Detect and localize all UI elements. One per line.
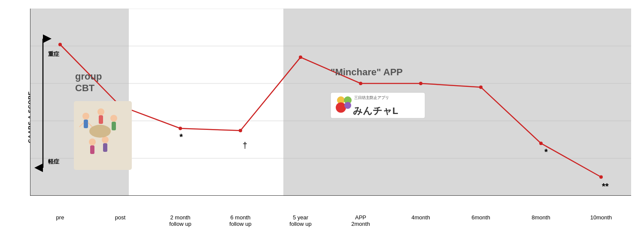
x-label-8month: 8month — [511, 214, 571, 228]
x-label-post: post — [90, 214, 150, 228]
minchare-app-label: "Minchare" APP — [331, 67, 403, 77]
svg-point-20 — [344, 102, 351, 109]
datapoint-0 — [58, 43, 62, 46]
svg-point-24 — [82, 113, 89, 120]
group-cbt-label: group — [75, 71, 102, 82]
group-cbt-label2: CBT — [75, 83, 95, 93]
svg-point-36 — [89, 125, 111, 138]
x-axis-labels: pre post 2 monthfollow up 6 monthfollow … — [30, 214, 631, 228]
x-label-5year: 5 yearfollow up — [270, 214, 331, 228]
datapoint-4 — [299, 55, 302, 59]
svg-rect-25 — [84, 120, 88, 128]
svg-point-32 — [89, 139, 96, 145]
chart-svg: 85 80 75 70 65 60 — [30, 9, 631, 196]
datapoint-3 — [239, 129, 242, 132]
svg-point-19 — [336, 102, 346, 113]
svg-text:軽症: 軽症 — [48, 158, 60, 165]
x-label-6monthapp: 6month — [451, 214, 511, 228]
svg-rect-31 — [112, 122, 116, 130]
svg-rect-29 — [99, 115, 103, 124]
x-label-pre: pre — [30, 214, 90, 228]
svg-text:みんチャL: みんチャL — [353, 105, 398, 116]
double-asterisk-10month: ** — [602, 182, 609, 191]
datapoint-6 — [419, 82, 422, 85]
asterisk-2month: * — [179, 132, 183, 142]
svg-rect-35 — [103, 143, 107, 152]
x-label-app2month: APP2month — [331, 214, 391, 228]
asterisk-8month: * — [544, 147, 548, 157]
x-label-10month: 10month — [571, 214, 631, 228]
datapoint-8 — [539, 142, 543, 145]
svg-rect-33 — [90, 145, 94, 154]
x-label-6month: 6 monthfollow up — [210, 214, 270, 228]
svg-text:三日坊主防止アプリ: 三日坊主防止アプリ — [354, 95, 389, 100]
x-label-2month: 2 monthfollow up — [150, 214, 210, 228]
svg-text:重症: 重症 — [48, 51, 60, 57]
svg-point-30 — [110, 115, 117, 122]
datapoint-9 — [599, 176, 603, 179]
x-label-4month: 4month — [391, 214, 451, 228]
chart-container: CAARS A SCORE 85 80 75 70 65 60 — [0, 0, 644, 234]
datapoint-2 — [179, 126, 182, 130]
datapoint-5 — [359, 82, 362, 85]
dagger-6month: † — [243, 141, 247, 150]
svg-point-28 — [97, 108, 104, 115]
datapoint-7 — [479, 86, 483, 89]
